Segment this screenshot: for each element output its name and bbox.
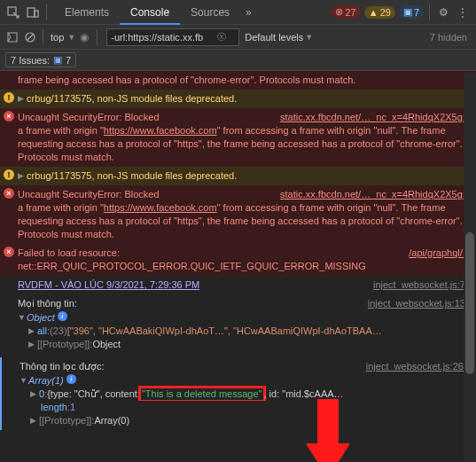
source-link[interactable]: inject_websocket.js:71 (373, 278, 471, 292)
console-error-row[interactable]: × Failed to load resource: net::ERR_QUIC… (0, 244, 476, 276)
array-item-row[interactable]: ▶ 0: {type: "Chữ", content: "This is a d… (0, 388, 476, 401)
clear-console-icon[interactable] (21, 28, 39, 46)
svg-rect-2 (35, 11, 38, 17)
svg-rect-3 (8, 33, 17, 42)
array-property-row[interactable]: ▶ [[Prototype]]: Array(0) (0, 414, 476, 430)
object-row[interactable]: ▼ Object i (0, 311, 476, 325)
console-log-row[interactable]: Mọi thông tin: inject_websocket.js:131 (0, 294, 476, 311)
disclosure-icon[interactable]: ▼ (20, 374, 27, 388)
divider (43, 29, 43, 45)
tab-elements[interactable]: Elements (54, 0, 120, 25)
source-link[interactable]: inject_websocket.js:269 (366, 360, 469, 373)
disclosure-icon[interactable]: ▶ (28, 338, 35, 351)
clear-filter-icon[interactable]: ⓧ (217, 31, 226, 43)
error-icon: × (4, 247, 14, 257)
source-link[interactable]: /api/graphql/:1 (409, 247, 471, 260)
device-icon[interactable] (23, 3, 43, 22)
issues-message-icon: ▣ (53, 54, 62, 66)
filter-input[interactable] (111, 32, 217, 43)
levels-dropdown-icon[interactable]: ▼ (305, 33, 313, 42)
svg-marker-6 (306, 443, 350, 462)
disclosure-icon[interactable]: ▶ (18, 169, 25, 183)
inspect-icon[interactable] (4, 3, 23, 22)
origin-link[interactable]: https://www.facebook.com (104, 125, 217, 136)
console-warning-row[interactable]: ▶ crbug/1173575, non-JS module files dep… (0, 167, 476, 185)
error-icon: × (4, 188, 14, 199)
source-link[interactable]: static.xx.fbcdn.net/…_nc_x=4RhidqX2X5g:6 (280, 188, 471, 201)
tabs-overflow[interactable]: » (240, 0, 257, 25)
context-selector[interactable]: top (47, 32, 67, 43)
disclosure-icon[interactable]: ▼ (18, 311, 25, 325)
divider (97, 29, 98, 45)
disclosure-icon[interactable]: ▶ (18, 92, 25, 106)
console-error-row[interactable]: × Uncaught SecurityError: Blocked static… (0, 185, 476, 244)
more-icon[interactable]: ⋮ (453, 6, 472, 19)
settings-icon[interactable]: ⚙ (433, 6, 453, 19)
array-row[interactable]: ▼ Array(1) i (0, 374, 476, 388)
info-icon[interactable]: i (66, 374, 76, 384)
highlighted-message: "This is a deleted message" (140, 388, 264, 401)
context-dropdown-icon[interactable]: ▼ (67, 33, 75, 42)
divider (429, 4, 430, 20)
disclosure-icon[interactable]: ▶ (30, 414, 37, 427)
console-warning-row[interactable]: ▶ crbug/1173575, non-JS module files dep… (0, 90, 476, 108)
tab-sources[interactable]: Sources (180, 0, 240, 25)
issues-badge[interactable]: ▣7 (399, 5, 424, 19)
disclosure-icon[interactable]: ▶ (30, 388, 37, 401)
origin-link[interactable]: https://www.facebook.com (104, 202, 217, 213)
console-error-row[interactable]: frame being accessed has a protocol of "… (0, 71, 476, 90)
warning-badge[interactable]: ▲29 (364, 6, 395, 19)
warning-icon (4, 92, 14, 103)
svg-rect-1 (27, 8, 35, 17)
disclosure-icon[interactable]: ▶ (28, 325, 35, 338)
hidden-count[interactable]: 7 hidden (430, 32, 467, 43)
console-log-row[interactable]: RVDFM - VÀO LÚC 9/3/2021, 7:29:36 PM inj… (0, 276, 476, 294)
scrollbar-thumb[interactable] (465, 232, 474, 374)
eye-icon[interactable]: ◉ (75, 28, 93, 46)
source-link[interactable]: inject_websocket.js:131 (368, 297, 471, 310)
levels-selector[interactable]: Default levels (245, 32, 303, 43)
warning-icon (4, 169, 14, 180)
scrollbar[interactable] (464, 73, 476, 462)
console-error-row[interactable]: × Uncaught SecurityError: Blocked static… (0, 108, 476, 167)
filter-box[interactable]: ⓧ (106, 28, 239, 46)
error-icon: × (4, 111, 14, 121)
issues-box[interactable]: 7 Issues: ▣ 7 (5, 52, 76, 67)
divider (46, 4, 47, 20)
error-badge[interactable]: ⊗27 (331, 5, 360, 19)
object-property-row[interactable]: ▶ all: (23) ["396", "HCwAABakiQIWpI-dhAo… (0, 325, 476, 338)
source-link[interactable]: static.xx.fbcdn.net/…_nc_x=4RhidqX2X5g:6 (280, 111, 471, 124)
sidebar-toggle-icon[interactable] (4, 28, 21, 46)
tab-console[interactable]: Console (120, 0, 180, 25)
array-property-row[interactable]: length: 1 (0, 401, 476, 414)
info-icon[interactable]: i (58, 311, 67, 321)
object-property-row[interactable]: ▶ [[Prototype]]: Object (0, 338, 476, 354)
